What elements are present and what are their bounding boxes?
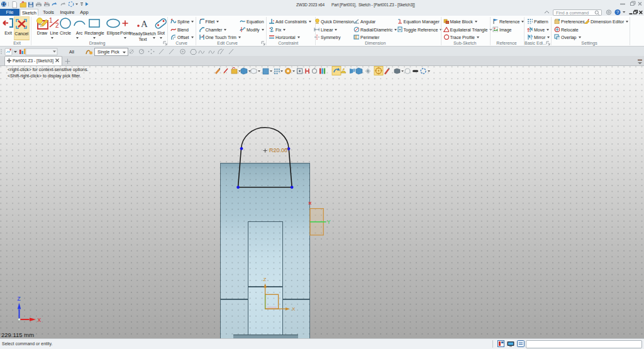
svg-text:X: X: [292, 306, 296, 312]
svg-text:X: X: [38, 317, 42, 323]
svg-text:Y: Y: [327, 219, 331, 225]
svg-text:Z: Z: [264, 277, 267, 282]
svg-text:Z: Z: [18, 296, 21, 302]
svg-text:R20.00: R20.00: [269, 147, 287, 153]
svg-text:229.115 mm: 229.115 mm: [1, 331, 34, 338]
svg-text:A: A: [141, 19, 148, 29]
svg-text:1: 1: [49, 17, 53, 24]
svg-text:?: ?: [616, 9, 619, 15]
